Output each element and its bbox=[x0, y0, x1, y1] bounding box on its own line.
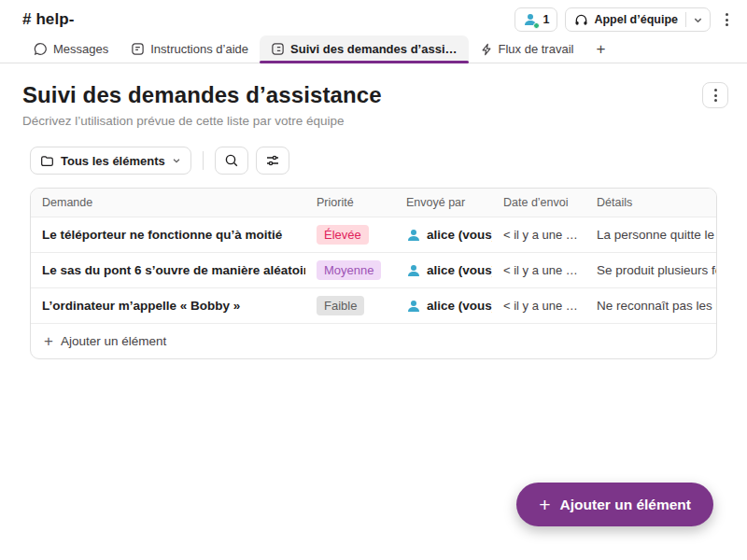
add-item-row-label: Ajouter un élément bbox=[61, 334, 166, 348]
view-filter-label: Tous les éléments bbox=[61, 154, 165, 168]
list-icon bbox=[271, 42, 285, 56]
sender-name: alice (vous) bbox=[427, 299, 492, 313]
lightning-bolt-icon bbox=[480, 43, 493, 56]
tab-workflows[interactable]: Flux de travail bbox=[469, 35, 585, 63]
cell-details[interactable]: Ne reconnaît pas les noms des … bbox=[585, 288, 716, 323]
tab-label: Instructions d’aide bbox=[150, 42, 248, 56]
page-title: Suivi des demandes d’assistance bbox=[22, 82, 382, 108]
cell-priorite[interactable]: Moyenne bbox=[305, 253, 395, 287]
column-header-priorite[interactable]: Priorité bbox=[305, 189, 395, 217]
canvas-icon bbox=[131, 42, 145, 56]
add-item-fab-label: Ajouter un élément bbox=[560, 497, 691, 513]
channel-header: # help- 1 Appel d’équipe bbox=[0, 0, 747, 35]
tab-label: Messages bbox=[53, 42, 108, 56]
chevron-down-icon[interactable] bbox=[686, 15, 710, 25]
members-button[interactable]: 1 bbox=[514, 7, 557, 32]
cell-date-envoi[interactable]: < il y a une … bbox=[492, 253, 585, 287]
sliders-icon bbox=[265, 153, 280, 168]
list-toolbar: Tous les éléments bbox=[0, 128, 747, 175]
table-row[interactable]: Le sas du pont 6 s’ouvre de manière aléa… bbox=[31, 252, 716, 287]
cell-date-envoi[interactable]: < il y a une … bbox=[492, 217, 585, 252]
user-avatar-icon bbox=[406, 263, 421, 278]
cell-details[interactable]: Se produit plusieurs fois par heu bbox=[585, 253, 716, 287]
cell-envoye-par[interactable]: alice (vous) bbox=[395, 288, 492, 323]
cell-demande[interactable]: L’ordinateur m’appelle « Bobby » bbox=[31, 288, 305, 323]
divider bbox=[203, 151, 204, 170]
column-header-demande[interactable]: Demande bbox=[31, 189, 305, 217]
channel-tab-bar: Messages Instructions d’aide Suivi des d… bbox=[0, 35, 747, 63]
tab-label: Flux de travail bbox=[499, 42, 574, 56]
list-options-button[interactable] bbox=[702, 82, 728, 108]
cell-priorite[interactable]: Faible bbox=[305, 288, 395, 323]
headphones-icon bbox=[574, 13, 588, 27]
table-row[interactable]: Le téléporteur ne fonctionne qu’à moitié… bbox=[31, 217, 716, 252]
plus-icon: + bbox=[539, 495, 550, 514]
member-count: 1 bbox=[543, 13, 549, 26]
user-avatar-icon bbox=[406, 299, 421, 314]
filter-sliders-button[interactable] bbox=[256, 147, 289, 175]
cell-priorite[interactable]: Élevée bbox=[305, 217, 395, 252]
huddle-button[interactable]: Appel d’équipe bbox=[565, 7, 711, 32]
column-header-details[interactable]: Détails bbox=[585, 189, 716, 217]
folder-icon bbox=[40, 154, 54, 168]
tab-instructions[interactable]: Instructions d’aide bbox=[120, 35, 260, 63]
huddle-button-label: Appel d’équipe bbox=[594, 13, 678, 26]
column-header-envoye-par[interactable]: Envoyé par bbox=[395, 189, 492, 217]
cell-demande[interactable]: Le sas du pont 6 s’ouvre de manière aléa… bbox=[31, 253, 305, 287]
search-icon bbox=[224, 153, 239, 168]
table-header-row: Demande Priorité Envoyé par Date d’envoi… bbox=[31, 189, 716, 217]
sender-name: alice (vous) bbox=[427, 263, 492, 277]
sender-name: alice (vous) bbox=[427, 228, 492, 242]
presence-dot bbox=[533, 22, 540, 29]
user-avatar-icon bbox=[406, 228, 421, 243]
page-subtitle[interactable]: Décrivez l’utilisation prévue de cette l… bbox=[0, 108, 747, 128]
search-button[interactable] bbox=[215, 147, 248, 175]
cell-details[interactable]: La personne quitte le navire, ma bbox=[585, 217, 716, 252]
channel-name[interactable]: # help- bbox=[22, 10, 75, 29]
view-filter-dropdown[interactable]: Tous les éléments bbox=[30, 147, 191, 175]
plus-icon: + bbox=[44, 333, 53, 349]
tab-label: Suivi des demandes d’assi… bbox=[290, 42, 457, 56]
cell-envoye-par[interactable]: alice (vous) bbox=[395, 253, 492, 287]
more-options-icon[interactable] bbox=[718, 7, 736, 32]
add-item-row[interactable]: + Ajouter un élément bbox=[31, 323, 716, 358]
tab-list-tracking[interactable]: Suivi des demandes d’assi… bbox=[260, 35, 468, 63]
member-avatar-icon bbox=[523, 12, 538, 27]
list-table: Demande Priorité Envoyé par Date d’envoi… bbox=[30, 188, 717, 359]
priority-badge: Moyenne bbox=[317, 260, 381, 281]
priority-badge: Faible bbox=[317, 296, 364, 316]
column-header-date-envoi[interactable]: Date d’envoi bbox=[492, 189, 585, 217]
tab-messages[interactable]: Messages bbox=[22, 35, 120, 63]
table-row[interactable]: L’ordinateur m’appelle « Bobby » Faible … bbox=[31, 287, 716, 323]
add-tab-button[interactable]: + bbox=[585, 35, 616, 63]
priority-badge: Élevée bbox=[317, 225, 369, 245]
cell-demande[interactable]: Le téléporteur ne fonctionne qu’à moitié bbox=[31, 217, 305, 252]
message-circle-icon bbox=[34, 42, 48, 56]
cell-envoye-par[interactable]: alice (vous) bbox=[395, 217, 492, 252]
cell-date-envoi[interactable]: < il y a une … bbox=[492, 288, 585, 323]
add-item-fab-button[interactable]: + Ajouter un élément bbox=[516, 483, 713, 526]
chevron-down-icon bbox=[172, 156, 181, 165]
